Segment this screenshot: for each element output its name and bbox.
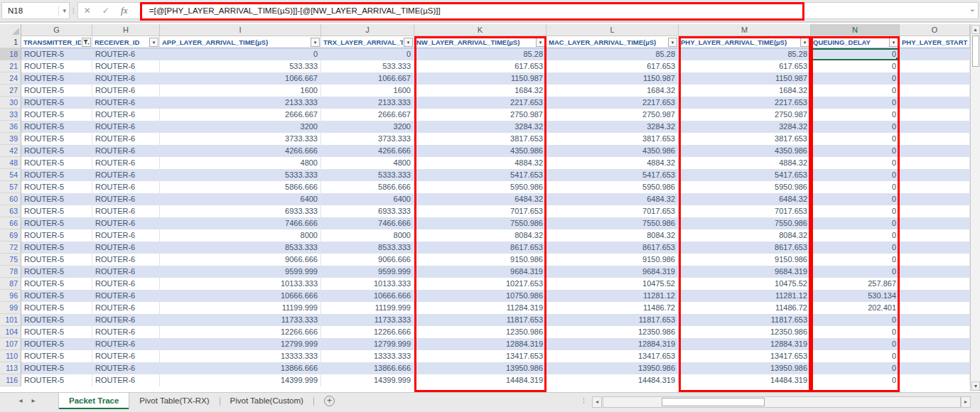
cell-n72[interactable]: 0 <box>811 242 900 254</box>
filter-dropdown-icon[interactable]: ▾ <box>668 38 677 47</box>
cell-n78[interactable]: 0 <box>811 266 900 278</box>
cell-i78[interactable]: 9599.999 <box>160 266 321 278</box>
cell-k54[interactable]: 5417.653 <box>414 169 546 181</box>
cell-i107[interactable]: 12799.999 <box>160 338 321 350</box>
cell-o78[interactable] <box>900 266 970 278</box>
cell-i63[interactable]: 6933.333 <box>160 205 321 217</box>
cell-o18[interactable] <box>900 48 970 60</box>
cell-l113[interactable]: 13950.986 <box>546 362 679 374</box>
cell-l48[interactable]: 4884.32 <box>546 157 679 169</box>
cell-h48[interactable]: ROUTER-6 <box>92 157 160 169</box>
cell-o21[interactable] <box>900 60 970 72</box>
cell-l96[interactable]: 11281.12 <box>546 290 679 302</box>
column-header-h[interactable]: RECEIVER_ID▾ <box>92 36 160 48</box>
row-number[interactable]: 87 <box>0 278 21 290</box>
cell-m24[interactable]: 1150.987 <box>679 72 811 85</box>
cell-j104[interactable]: 12266.666 <box>321 326 414 338</box>
cell-k99[interactable]: 11284.319 <box>414 302 546 314</box>
cell-i21[interactable]: 533.333 <box>160 60 321 72</box>
cell-o87[interactable] <box>900 278 970 290</box>
cell-o30[interactable] <box>900 97 970 109</box>
cell-i72[interactable]: 8533.333 <box>160 242 321 254</box>
cell-l33[interactable]: 2750.987 <box>546 109 679 121</box>
cell-m110[interactable]: 13417.653 <box>679 350 811 362</box>
horizontal-scrollbar[interactable] <box>603 396 961 408</box>
cell-n75[interactable]: 0 <box>811 254 900 266</box>
cell-i116[interactable]: 14399.999 <box>160 374 321 386</box>
filter-dropdown-icon[interactable]: ▾ <box>889 38 898 47</box>
cell-m30[interactable]: 2217.653 <box>679 97 811 109</box>
cell-h107[interactable]: ROUTER-6 <box>92 338 160 350</box>
cell-j78[interactable]: 9599.999 <box>321 266 414 278</box>
column-header-o[interactable]: PHY_LAYER_START_T <box>900 36 970 48</box>
cell-g107[interactable]: ROUTER-5 <box>21 338 92 350</box>
cell-g116[interactable]: ROUTER-5 <box>21 374 92 386</box>
cell-j110[interactable]: 13333.333 <box>321 350 414 362</box>
row-number[interactable]: 69 <box>0 229 21 242</box>
cell-h96[interactable]: ROUTER-6 <box>92 290 160 302</box>
cell-k69[interactable]: 8084.32 <box>414 229 546 242</box>
cell-m57[interactable]: 5950.986 <box>679 181 811 193</box>
cell-m96[interactable]: 11281.12 <box>679 290 811 302</box>
cell-k48[interactable]: 4884.32 <box>414 157 546 169</box>
cell-j48[interactable]: 4800 <box>321 157 414 169</box>
column-letter-o[interactable]: O <box>900 24 970 36</box>
cell-k116[interactable]: 14484.319 <box>414 374 546 386</box>
filter-applied-icon[interactable] <box>82 38 91 47</box>
cell-i30[interactable]: 2133.333 <box>160 97 321 109</box>
cell-g99[interactable]: ROUTER-5 <box>21 302 92 314</box>
cell-j99[interactable]: 11199.999 <box>321 302 414 314</box>
row-number[interactable]: 101 <box>0 314 21 326</box>
cell-l27[interactable]: 1684.32 <box>546 85 679 97</box>
cell-h113[interactable]: ROUTER-6 <box>92 362 160 374</box>
cell-k66[interactable]: 7550.986 <box>414 217 546 229</box>
cell-g36[interactable]: ROUTER-5 <box>21 121 92 133</box>
column-header-g[interactable]: TRANSMITTER_ID <box>21 36 92 48</box>
cell-k96[interactable]: 10750.986 <box>414 290 546 302</box>
row-number[interactable]: 27 <box>0 85 21 97</box>
cell-h21[interactable]: ROUTER-6 <box>92 60 160 72</box>
column-letter-g[interactable]: G <box>21 24 92 36</box>
cell-n21[interactable]: 0 <box>811 60 900 72</box>
scroll-left-icon[interactable]: ◂ <box>592 396 602 408</box>
column-letter-m[interactable]: M <box>679 24 811 36</box>
cell-g18[interactable]: ROUTER-5 <box>21 48 92 60</box>
cell-n99[interactable]: 202.401 <box>811 302 900 314</box>
row-number[interactable]: 57 <box>0 181 21 193</box>
row-number[interactable]: 72 <box>0 242 21 254</box>
row-number[interactable]: 18 <box>0 48 21 60</box>
cell-n48[interactable]: 0 <box>811 157 900 169</box>
scroll-right-icon[interactable]: ▸ <box>961 396 971 408</box>
cell-m107[interactable]: 12884.319 <box>679 338 811 350</box>
column-letter-l[interactable]: L <box>546 24 679 36</box>
cell-g104[interactable]: ROUTER-5 <box>21 326 92 338</box>
row-number[interactable]: 30 <box>0 97 21 109</box>
column-letter-i[interactable]: I <box>160 24 321 36</box>
cell-i57[interactable]: 5866.666 <box>160 181 321 193</box>
cell-k63[interactable]: 7017.653 <box>414 205 546 217</box>
cell-i39[interactable]: 3733.333 <box>160 133 321 145</box>
sheet-nav-right-icon[interactable]: ▸ <box>27 393 40 409</box>
cell-l63[interactable]: 7017.653 <box>546 205 679 217</box>
cell-n96[interactable]: 530.134 <box>811 290 900 302</box>
cell-g60[interactable]: ROUTER-5 <box>21 193 92 205</box>
cell-j101[interactable]: 11733.333 <box>321 314 414 326</box>
cell-m104[interactable]: 12350.986 <box>679 326 811 338</box>
cell-l107[interactable]: 12884.319 <box>546 338 679 350</box>
cell-i27[interactable]: 1600 <box>160 85 321 97</box>
cell-g75[interactable]: ROUTER-5 <box>21 254 92 266</box>
cell-k33[interactable]: 2750.987 <box>414 109 546 121</box>
cell-n113[interactable]: 0 <box>811 362 900 374</box>
cell-h60[interactable]: ROUTER-6 <box>92 193 160 205</box>
cell-j96[interactable]: 10666.666 <box>321 290 414 302</box>
cell-m99[interactable]: 11486.72 <box>679 302 811 314</box>
cell-i99[interactable]: 11199.999 <box>160 302 321 314</box>
cell-i42[interactable]: 4266.666 <box>160 145 321 157</box>
cell-h33[interactable]: ROUTER-6 <box>92 109 160 121</box>
cell-o36[interactable] <box>900 121 970 133</box>
cell-l99[interactable]: 11486.72 <box>546 302 679 314</box>
cell-j66[interactable]: 7466.666 <box>321 217 414 229</box>
cell-j21[interactable]: 533.333 <box>321 60 414 72</box>
row-number[interactable]: 63 <box>0 205 21 217</box>
scroll-up-icon[interactable]: ▲ <box>971 25 980 34</box>
